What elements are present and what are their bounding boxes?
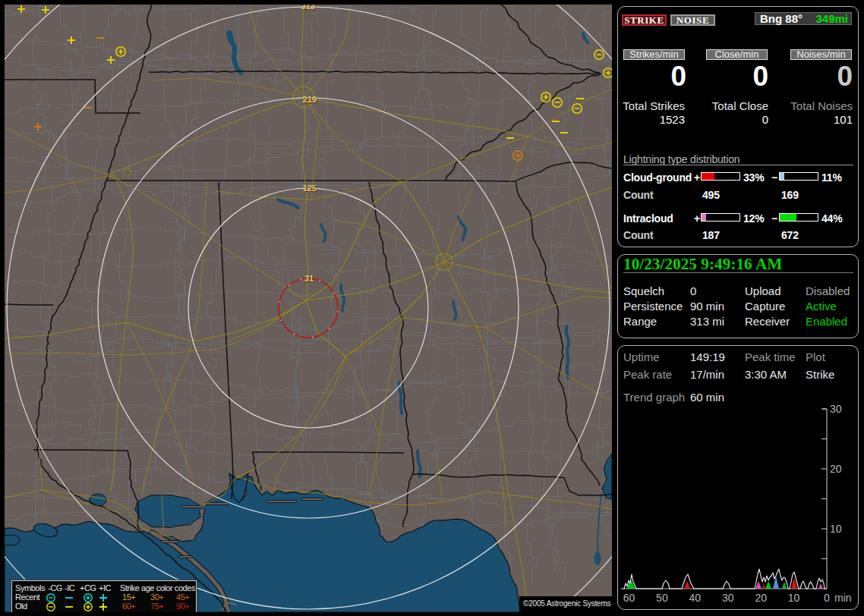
svg-text:min: min <box>834 592 852 604</box>
svg-text:30: 30 <box>830 403 842 415</box>
svg-text:0: 0 <box>824 592 830 604</box>
svg-text:50: 50 <box>656 592 668 604</box>
svg-text:20: 20 <box>755 592 767 604</box>
svg-text:313: 313 <box>301 5 315 11</box>
svg-text:219: 219 <box>303 95 317 104</box>
svg-text:20: 20 <box>830 463 842 475</box>
svg-text:10: 10 <box>830 523 842 535</box>
svg-text:40: 40 <box>689 592 702 604</box>
svg-text:10: 10 <box>788 592 800 604</box>
svg-text:60: 60 <box>623 592 635 604</box>
svg-text:©2005 Astrogenic Systems: ©2005 Astrogenic Systems <box>523 599 611 608</box>
svg-text:125: 125 <box>303 184 317 193</box>
svg-text:30: 30 <box>722 592 734 604</box>
svg-text:31: 31 <box>304 274 314 283</box>
